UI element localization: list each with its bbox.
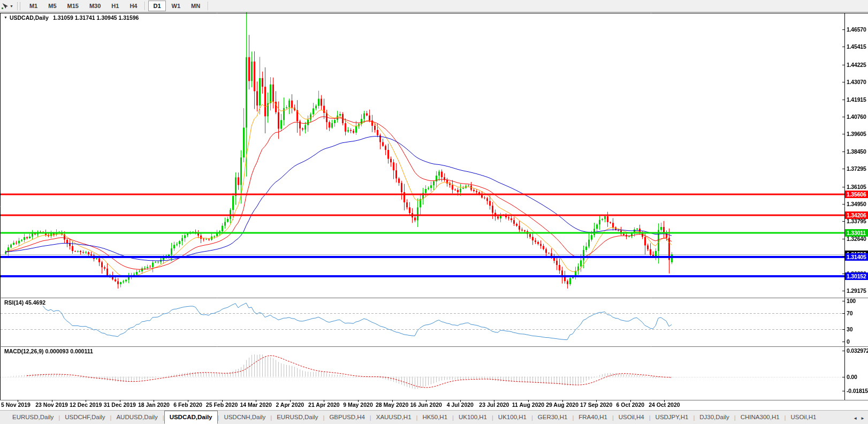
dropdown-caret-icon[interactable]: ▼ — [10, 4, 13, 8]
symbol-period-label: USDCAD,Daily — [10, 14, 49, 21]
price-axis-tick: 1.46570 — [847, 26, 866, 33]
price-axis-tick: 1.41915 — [847, 96, 866, 103]
date-axis-label: 18 Jan 2020 — [138, 402, 170, 408]
price-axis-tick: 1.33795 — [847, 218, 866, 224]
date-axis-label: 31 Dec 2019 — [104, 402, 136, 408]
timeframe-button-m1[interactable]: M1 — [25, 1, 42, 11]
rsi-axis-tick: 30 — [847, 326, 852, 332]
toolbar-separator — [208, 2, 209, 10]
chart-tab-usoil-h4[interactable]: USOil,H4 — [614, 411, 649, 423]
timeframe-buttons: M1M5M15M30H1H4D1W1MN — [24, 1, 211, 11]
chart-tab-hk50-h1[interactable]: HK50,H1 — [417, 411, 452, 423]
date-axis-label: 23 Nov 2019 — [35, 402, 68, 408]
chart-tab-china300-h1[interactable]: CHINA300,H1 — [736, 411, 785, 423]
timeframe-button-h4[interactable]: H4 — [125, 1, 142, 11]
rsi-indicator-label: RSI(14) 45.4692 — [4, 299, 45, 306]
mt4-window: ▼ M1M5M15M30H1H4D1W1MN ▼USDCAD,Daily1.31… — [0, 0, 868, 424]
date-axis-label: 23 Jul 2020 — [479, 402, 509, 408]
toolbar-grip[interactable] — [17, 2, 20, 10]
price-axis-tick: 1.36105 — [847, 184, 866, 190]
chart-tab-dj30-daily[interactable]: DJ30,Daily — [695, 411, 734, 423]
date-axis-label: 9 May 2020 — [343, 402, 372, 408]
tab-scroll-arrows: ◄► — [849, 416, 866, 421]
timeframe-button-m30[interactable]: M30 — [85, 1, 105, 11]
date-axis-label: 24 Oct 2020 — [649, 402, 680, 408]
macd-axis-tick: 0.032972 — [847, 347, 868, 354]
chart-tab-eurusd-daily[interactable]: EURUSD,Daily — [272, 411, 323, 423]
rsi-axis-tick: 0 — [847, 338, 850, 345]
price-axis-tick: 1.43070 — [847, 79, 866, 85]
chart-tab-usoil-h1[interactable]: USOil,H1 — [786, 411, 820, 423]
macd-indicator-label: MACD(12,26,9) 0.000093 0.000111 — [4, 348, 93, 354]
price-axis-tick: 1.44225 — [847, 62, 866, 68]
date-axis-label: 6 Oct 2020 — [616, 402, 645, 408]
date-axis-label: 2 Apr 2020 — [276, 402, 304, 408]
timeframe-toolbar: ▼ M1M5M15M30H1H4D1W1MN — [0, 0, 868, 12]
rsi-name: RSI(14) — [4, 299, 24, 306]
date-axis-label: 28 May 2020 — [376, 402, 408, 408]
date-axis-label: 5 Nov 2019 — [1, 402, 31, 408]
price-level-badge: 1.31405 — [845, 253, 868, 261]
price-axis-tick: 1.38450 — [847, 148, 866, 155]
price-level-badge: 1.35606 — [845, 191, 868, 198]
date-axis-label: 14 Mar 2020 — [240, 402, 272, 408]
price-level-badge: 1.30152 — [845, 272, 868, 280]
chart-tab-eurusd-daily[interactable]: EURUSD,Daily — [7, 411, 58, 423]
chart-tab-usdchf-daily[interactable]: USDCHF,Daily — [60, 411, 110, 423]
rsi-current-value: 45.4692 — [25, 299, 45, 306]
toolbar-separator — [144, 2, 146, 10]
tab-scroll-right-icon[interactable]: ► — [861, 416, 865, 421]
price-axis-tick: 1.37295 — [847, 165, 866, 172]
chart-title: ▼USDCAD,Daily1.31059 1.31741 1.30945 1.3… — [4, 14, 139, 21]
date-axis-label: 17 Sep 2020 — [580, 402, 612, 408]
price-axis-tick: 1.34950 — [847, 201, 866, 207]
price-level-badge: 1.33011 — [845, 229, 868, 237]
symbol-tabbar: EURUSD,Daily|USDCHF,Daily|AUDUSD,Daily|U… — [0, 410, 868, 424]
collapse-triangle-icon[interactable]: ▼ — [4, 16, 7, 19]
timeframe-button-h1[interactable]: H1 — [106, 1, 124, 11]
chart-canvas[interactable] — [0, 0, 868, 424]
rsi-axis-tick: 70 — [847, 310, 852, 316]
timeframe-button-m15[interactable]: M15 — [63, 1, 83, 11]
chart-tab-ger30-h1[interactable]: GER30,H1 — [533, 411, 573, 423]
macd-name: MACD(12,26,9) — [4, 348, 44, 354]
date-axis-label: 6 Feb 2020 — [173, 402, 202, 408]
timeframe-button-d1[interactable]: D1 — [148, 1, 165, 11]
chart-tab-fra40-h1[interactable]: FRA40,H1 — [574, 411, 612, 423]
timeframe-button-w1[interactable]: W1 — [167, 1, 186, 11]
price-level-badge: 1.34206 — [845, 211, 868, 219]
date-axis-label: 4 Jul 2020 — [447, 402, 474, 408]
date-axis-label: 29 Aug 2020 — [546, 402, 578, 408]
date-axis-label: 21 Apr 2020 — [308, 402, 340, 408]
price-axis-tick: 1.45415 — [847, 43, 866, 50]
price-axis-tick: 1.39605 — [847, 131, 866, 137]
macd-current-values: 0.000093 0.000111 — [45, 348, 93, 354]
ohlc-values: 1.31059 1.31741 1.30945 1.31596 — [53, 14, 139, 21]
macd-axis-tick: -0.018154 — [847, 388, 868, 394]
chart-tab-audusd-daily[interactable]: AUDUSD,Daily — [111, 411, 162, 423]
chart-tab-gbpusd-h4[interactable]: GBPUSD,H4 — [324, 411, 369, 423]
price-axis-tick: 1.40760 — [847, 113, 866, 120]
chart-tab-usdcad-daily[interactable]: USDCAD,Daily — [164, 411, 218, 424]
chart-tab-uk100-h1[interactable]: UK100,H1 — [493, 411, 531, 423]
date-axis-label: 12 Dec 2019 — [70, 402, 102, 408]
chart-tab-uk100-h1[interactable]: UK100,H1 — [454, 411, 492, 423]
timeframe-button-m5[interactable]: M5 — [43, 1, 61, 11]
macd-axis-tick: 0.00 — [847, 374, 857, 380]
cursor-tool-icon[interactable] — [1, 2, 9, 10]
chart-tab-usdcnh-daily[interactable]: USDCNH,Daily — [219, 411, 270, 423]
chart-tab-usdjpy-h1[interactable]: USDJPY,H1 — [651, 411, 694, 423]
date-axis-label: 11 Aug 2020 — [512, 402, 544, 408]
rsi-axis-tick: 100 — [847, 298, 856, 304]
date-axis-label: 25 Feb 2020 — [206, 402, 238, 408]
timeframe-button-mn[interactable]: MN — [186, 1, 205, 11]
tab-scroll-left-icon[interactable]: ◄ — [853, 416, 857, 421]
date-axis-label: 16 Jun 2020 — [410, 402, 442, 408]
chart-tab-xauusd-h1[interactable]: XAUUSD,H1 — [371, 411, 416, 423]
price-axis-tick: 1.29175 — [847, 287, 866, 294]
